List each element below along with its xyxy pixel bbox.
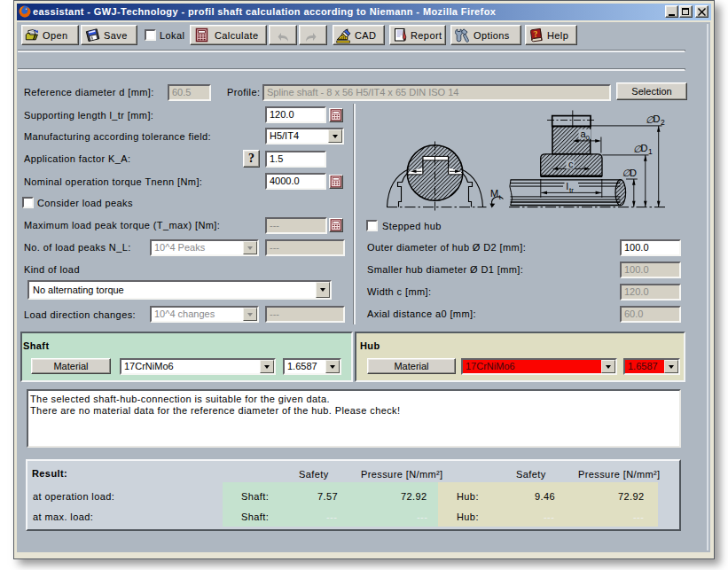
svg-text:D: D <box>630 168 637 178</box>
svg-text:2: 2 <box>661 118 665 127</box>
svg-text:D: D <box>641 143 648 153</box>
svg-text:D: D <box>654 113 661 124</box>
svg-text:tr: tr <box>569 186 574 194</box>
svg-text:c: c <box>568 159 574 169</box>
svg-text:0: 0 <box>586 134 591 142</box>
svg-text:l: l <box>567 181 568 191</box>
svg-text:1: 1 <box>648 147 653 156</box>
